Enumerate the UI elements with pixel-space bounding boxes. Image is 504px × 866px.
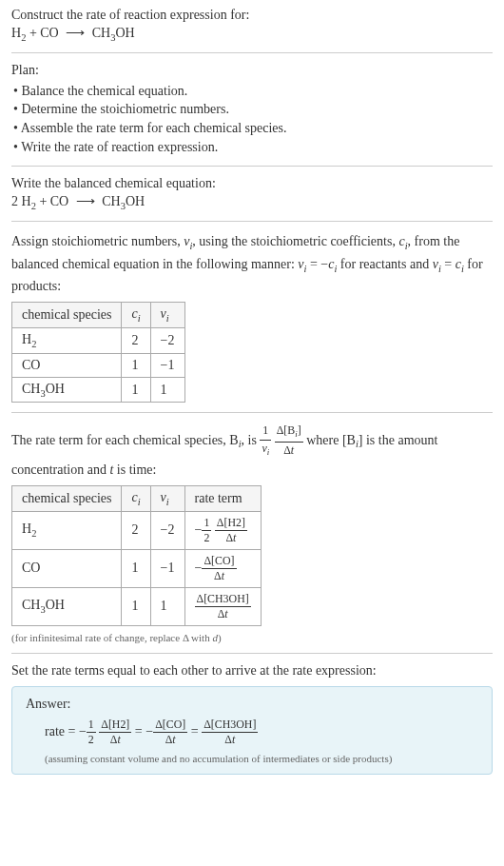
col-rate: rate term (184, 486, 261, 512)
stoich-table: chemical species ci νi H2 2 −2 CO 1 −1 C… (11, 302, 185, 403)
cell-rate: −12 Δ[H2]Δt (184, 511, 261, 549)
col-ci: ci (122, 303, 150, 328)
divider (11, 52, 493, 53)
table-row: CH3OH 1 1 Δ[CH3OH]Δt (12, 587, 262, 625)
cell-species: H2 (12, 511, 122, 549)
cell-species: CO (12, 549, 122, 587)
table-header-row: chemical species ci νi rate term (12, 486, 262, 512)
balanced-equation: 2 H2 + CO ⟶ CH3OH (11, 193, 493, 211)
col-species: chemical species (12, 486, 122, 512)
cell-rate: Δ[CH3OH]Δt (184, 587, 261, 625)
col-vi: νi (150, 303, 184, 328)
stoich-intro: Assign stoichiometric numbers, νi, using… (11, 231, 493, 296)
cell-species: H2 (12, 327, 122, 353)
plan-item: • Balance the chemical equation. (13, 82, 493, 101)
cell-vi: −2 (150, 327, 184, 353)
cell-ci: 2 (122, 327, 150, 353)
cell-vi: −1 (150, 549, 184, 587)
divider (11, 166, 493, 167)
plan-item: • Write the rate of reaction expression. (13, 138, 493, 157)
plan-label: Plan: (11, 63, 493, 78)
cell-ci: 1 (122, 377, 150, 403)
rateterm-intro: The rate term for each chemical species,… (11, 423, 493, 480)
rateterm-table: chemical species ci νi rate term H2 2 −2… (11, 485, 262, 626)
cell-species: CH3OH (12, 587, 122, 625)
cell-ci: 1 (122, 549, 150, 587)
cell-vi: 1 (150, 587, 184, 625)
cell-vi: −2 (150, 511, 184, 549)
answer-box: Answer: rate = −12 Δ[H2]Δt = −Δ[CO]Δt = … (11, 686, 493, 775)
divider (11, 653, 493, 654)
rateterm-note: (for infinitesimal rate of change, repla… (11, 632, 493, 643)
plan-item: • Determine the stoichiometric numbers. (13, 100, 493, 119)
divider (11, 221, 493, 222)
cell-vi: −1 (150, 353, 184, 377)
cell-species: CH3OH (12, 377, 122, 403)
cell-ci: 1 (122, 353, 150, 377)
col-ci: ci (122, 486, 150, 512)
prompt-title: Construct the rate of reaction expressio… (11, 8, 493, 23)
col-species: chemical species (12, 303, 122, 328)
answer-note: (assuming constant volume and no accumul… (45, 753, 478, 764)
cell-vi: 1 (150, 377, 184, 403)
table-row: CH3OH 1 1 (12, 377, 185, 403)
col-vi: νi (150, 486, 184, 512)
divider (11, 412, 493, 413)
cell-ci: 1 (122, 587, 150, 625)
table-row: CO 1 −1 −Δ[CO]Δt (12, 549, 262, 587)
cell-ci: 2 (122, 511, 150, 549)
answer-expression: rate = −12 Δ[H2]Δt = −Δ[CO]Δt = Δ[CH3OH]… (45, 718, 478, 747)
plan-item: • Assemble the rate term for each chemic… (13, 119, 493, 138)
answer-label: Answer: (26, 697, 478, 712)
table-row: H2 2 −2 (12, 327, 185, 353)
table-row: CO 1 −1 (12, 353, 185, 377)
cell-species: CO (12, 353, 122, 377)
plan-list: • Balance the chemical equation. • Deter… (11, 82, 493, 156)
table-header-row: chemical species ci νi (12, 303, 185, 328)
final-label: Set the rate terms equal to each other t… (11, 663, 493, 679)
balanced-label: Write the balanced chemical equation: (11, 176, 493, 191)
prompt-equation: H2 + CO ⟶ CH3OH (11, 25, 493, 43)
table-row: H2 2 −2 −12 Δ[H2]Δt (12, 511, 262, 549)
cell-rate: −Δ[CO]Δt (184, 549, 261, 587)
